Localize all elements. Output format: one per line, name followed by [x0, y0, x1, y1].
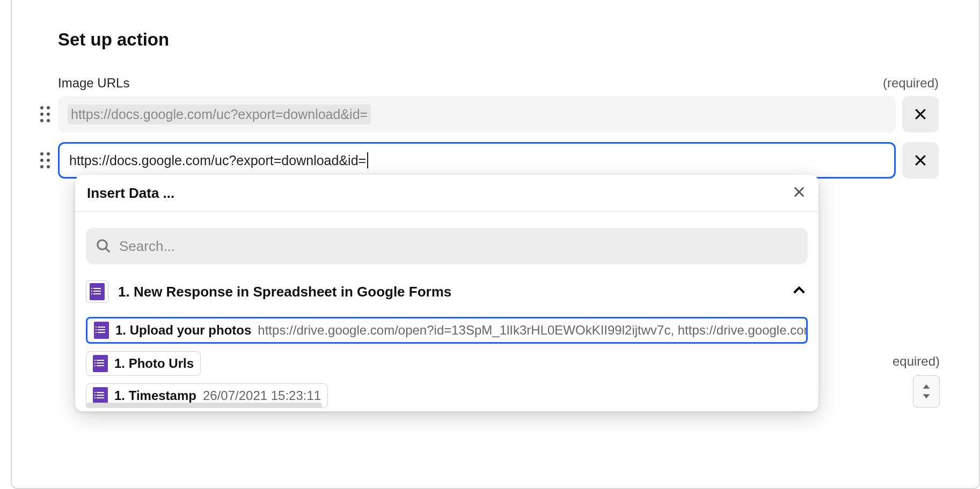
- dropdown-body: 1. New Response in Spreadsheet in Google…: [75, 212, 818, 411]
- search-icon: [96, 238, 112, 254]
- background-select-stepper[interactable]: [913, 375, 940, 408]
- field-header: Image URLs (required): [58, 76, 939, 91]
- item-value: https://drive.google.com/open?id=13SpM_1…: [258, 323, 808, 338]
- input-row-1: https://docs.google.com/uc?export=downlo…: [39, 96, 939, 132]
- close-icon: [792, 184, 807, 199]
- background-required-fragment: equired): [893, 354, 940, 369]
- remove-button-1[interactable]: [902, 96, 939, 132]
- typed-text: https://docs.google.com/uc?export=downlo…: [69, 153, 366, 168]
- google-forms-icon: [93, 387, 108, 404]
- chevron-up-icon: [791, 282, 808, 299]
- data-source-title: 1. New Response in Spreadsheet in Google…: [118, 284, 781, 300]
- dropdown-close-button[interactable]: [792, 184, 807, 202]
- close-icon: [912, 152, 928, 168]
- image-url-input-1[interactable]: https://docs.google.com/uc?export=downlo…: [58, 96, 896, 132]
- dropdown-header: Insert Data ...: [75, 175, 818, 212]
- google-forms-icon: [94, 322, 109, 339]
- drag-handle-icon[interactable]: [39, 150, 52, 171]
- item-label: 1. Photo Urls: [114, 356, 194, 371]
- input-row-2: https://docs.google.com/uc?export=downlo…: [39, 142, 939, 179]
- url-chip: https://docs.google.com/uc?export=downlo…: [68, 105, 371, 124]
- remove-button-2[interactable]: [902, 142, 939, 179]
- data-source-header[interactable]: 1. New Response in Spreadsheet in Google…: [86, 280, 808, 303]
- close-icon: [912, 106, 928, 122]
- search-input[interactable]: [119, 238, 798, 255]
- drag-handle-icon[interactable]: [39, 103, 52, 125]
- item-value: 26/07/2021 15:23:11: [203, 388, 321, 403]
- text-caret: [367, 152, 368, 168]
- google-forms-icon: [93, 355, 108, 372]
- collapse-button[interactable]: [791, 282, 808, 301]
- section-title: Set up action: [58, 29, 939, 50]
- data-items-list: 1. Upload your photos https://drive.goog…: [86, 317, 808, 408]
- dropdown-title: Insert Data ...: [87, 185, 174, 202]
- insert-data-dropdown: Insert Data ... 1. New Response in Sprea…: [75, 175, 818, 411]
- data-item-upload-photos[interactable]: 1. Upload your photos https://drive.goog…: [86, 317, 808, 344]
- field-label: Image URLs: [58, 76, 129, 91]
- item-label: 1. Upload your photos: [115, 323, 251, 338]
- item-label: 1. Timestamp: [114, 388, 196, 403]
- dropdown-search[interactable]: [86, 228, 808, 264]
- image-url-input-2[interactable]: https://docs.google.com/uc?export=downlo…: [58, 142, 896, 179]
- field-required: (required): [883, 76, 939, 91]
- sort-stepper-icon: [922, 384, 931, 398]
- google-forms-icon: [86, 280, 108, 303]
- horizontal-scrollbar[interactable]: [86, 403, 322, 408]
- data-item-photo-urls[interactable]: 1. Photo Urls: [86, 351, 201, 376]
- svg-point-0: [98, 240, 107, 250]
